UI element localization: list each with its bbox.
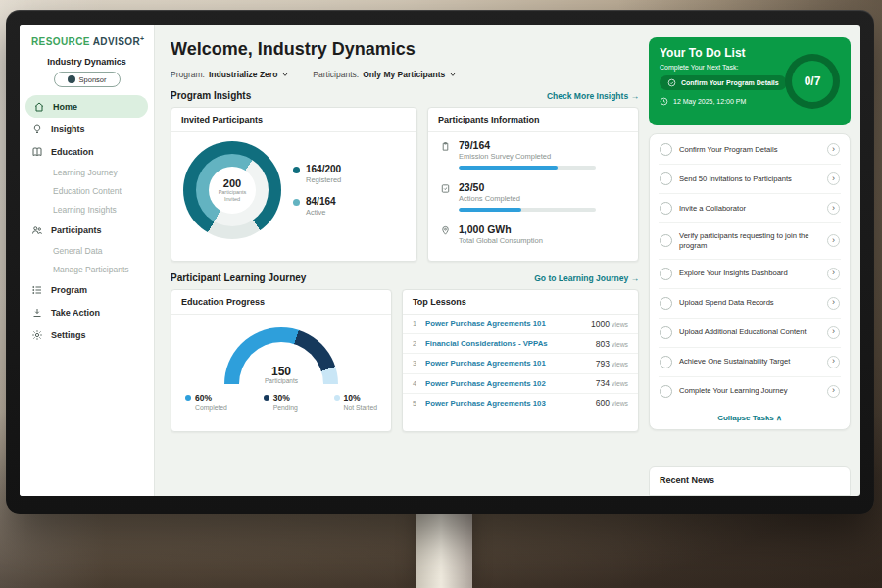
task-row-upload-educational-content[interactable]: Upload Additional Educational Content › [659,318,841,348]
sidebar-item-education[interactable]: Education [20,140,154,163]
lesson-row: 2 Financial Considerations - VPPAs 803vi… [403,334,638,354]
sidebar-item-label: Learning Insights [53,205,117,215]
task-label: Invite a Collaborator [679,204,820,214]
sidebar-item-manage-participants[interactable]: Manage Participants [20,260,154,278]
task-checkbox[interactable] [660,202,672,215]
participants-filter-label: Participants: [313,70,359,79]
go-to-learning-journey-link[interactable]: Go to Learning Journey → [534,273,639,283]
section-title: Participant Learning Journey [171,272,306,283]
card-title: Top Lessons [403,290,638,315]
legend-label: Not Started [344,404,377,411]
lesson-rank: 3 [413,360,425,367]
legend-dot [264,395,270,401]
sidebar-item-take-action[interactable]: Take Action [20,301,154,323]
legend-item-active: 84/164 Active [293,196,341,217]
education-gauge: 150 Participants [224,327,338,384]
home-icon [33,101,45,113]
arrow-right-icon: → [631,273,640,283]
lesson-rank: 1 [413,320,425,327]
task-checkbox[interactable] [660,385,672,398]
chevron-right-icon[interactable]: › [827,268,840,280]
legend-item-not-started: 10% Not Started [334,393,377,411]
progress-bar-fill [459,208,521,212]
sidebar-item-label: Participants [51,225,102,235]
todo-next-task[interactable]: Confirm Your Program Details [660,75,787,90]
sidebar-item-learning-insights[interactable]: Learning Insights [20,200,154,219]
lesson-title-link[interactable]: Power Purchase Agreements 101 [425,359,588,368]
task-checkbox[interactable] [660,143,672,156]
chevron-right-icon[interactable]: › [827,202,840,215]
participants-filter-dropdown[interactable]: Participants: Only My Participants [313,70,457,79]
chevron-right-icon[interactable]: › [827,143,840,156]
program-filter-value: Industrialize Zero [209,70,277,79]
sidebar-item-learning-journey[interactable]: Learning Journey [20,163,154,181]
task-row-invite-collaborator[interactable]: Invite a Collaborator › [659,194,841,223]
learning-cards-row: Education Progress 150 Participants 60% … [171,289,639,432]
sponsor-badge[interactable]: Sponsor [54,72,121,87]
lesson-title-link[interactable]: Power Purchase Agreements 102 [425,379,588,388]
todo-summary-card: Your To Do List Complete Your Next Task:… [649,37,851,125]
task-row-send-invitations[interactable]: Send 50 Invitations to Participants › [659,165,841,194]
task-checkbox[interactable] [660,326,672,339]
legend-label: Completed [195,404,227,411]
task-checkbox[interactable] [660,297,672,310]
stat-global-consumption: 1,000 GWh Total Global Consumption [428,217,638,250]
sidebar-item-home[interactable]: Home [25,95,148,118]
check-square-icon [440,183,451,194]
task-row-achieve-target[interactable]: Achieve One Sustainability Target › [659,348,841,377]
task-checkbox[interactable] [660,172,672,185]
check-more-insights-link[interactable]: Check More Insights → [547,91,639,101]
sidebar-item-label: Program [51,285,87,295]
task-row-explore-insights[interactable]: Explore Your Insights Dashboard › [659,260,841,289]
invited-donut-chart: 200 Participants Invited [183,141,281,239]
sidebar-item-general-data[interactable]: General Data [20,241,154,260]
program-filter-dropdown[interactable]: Program: Industrialize Zero [171,70,289,79]
arrow-right-icon: → [631,91,640,101]
stat-actions-completed: 23/50 Actions Completed [428,174,638,217]
legend-item-pending: 30% Pending [264,393,298,411]
task-row-upload-spend-data[interactable]: Upload Spend Data Records › [659,289,841,318]
recent-news-title: Recent News [660,475,714,485]
chevron-right-icon[interactable]: › [827,385,840,398]
due-date-text: 12 May 2025, 12:00 PM [673,98,746,105]
todo-next-task-label: Confirm Your Program Details [681,79,779,86]
lesson-title-link[interactable]: Power Purchase Agreements 101 [425,319,583,328]
legend-value: 10% [344,393,361,403]
lesson-rank: 5 [413,400,425,407]
sidebar-item-education-content[interactable]: Education Content [20,181,154,200]
lesson-title-link[interactable]: Power Purchase Agreements 103 [425,399,588,408]
chevron-up-icon: ∧ [776,414,782,422]
lesson-row: 1 Power Purchase Agreements 101 1000view… [403,315,638,334]
clock-icon [660,97,668,106]
task-checkbox[interactable] [660,356,672,368]
chevron-right-icon[interactable]: › [827,172,840,185]
card-title: Invited Participants [172,108,416,132]
sidebar-item-settings[interactable]: Settings [20,323,154,346]
sidebar-item-program[interactable]: Program [20,278,154,301]
chevron-right-icon[interactable]: › [827,234,840,247]
chevron-right-icon[interactable]: › [827,297,840,310]
task-row-complete-learning-journey[interactable]: Complete Your Learning Journey › [659,377,841,406]
task-checkbox[interactable] [660,268,672,280]
sidebar: RESOURCE ADVISOR+ Industry Dynamics Spon… [20,25,155,496]
todo-panel: Your To Do List Complete Your Next Task:… [649,25,860,496]
list-icon [31,284,43,296]
lesson-views: 793views [596,359,628,368]
collapse-tasks-button[interactable]: Collapse Tasks ∧ [659,406,841,429]
lesson-views: 1000views [591,319,628,329]
sidebar-item-participants[interactable]: Participants [20,219,154,241]
chevron-right-icon[interactable]: › [827,326,840,339]
legend-label: Registered [306,175,341,184]
task-row-verify-participants[interactable]: Verify participants requesting to join t… [659,223,841,260]
sidebar-item-label: Learning Journey [53,168,118,177]
task-checkbox[interactable] [660,234,672,247]
book-icon [31,146,43,158]
todo-progress-ring: 0/7 [785,54,840,109]
chevron-right-icon[interactable]: › [827,356,840,368]
sidebar-item-label: Home [53,102,77,112]
task-row-confirm-program[interactable]: Confirm Your Program Details › [659,135,841,165]
lesson-title-link[interactable]: Financial Considerations - VPPAs [425,339,588,348]
lesson-row: 5 Power Purchase Agreements 103 600views [403,394,638,413]
sidebar-item-insights[interactable]: Insights [20,118,154,140]
progress-bar-fill [459,166,558,170]
